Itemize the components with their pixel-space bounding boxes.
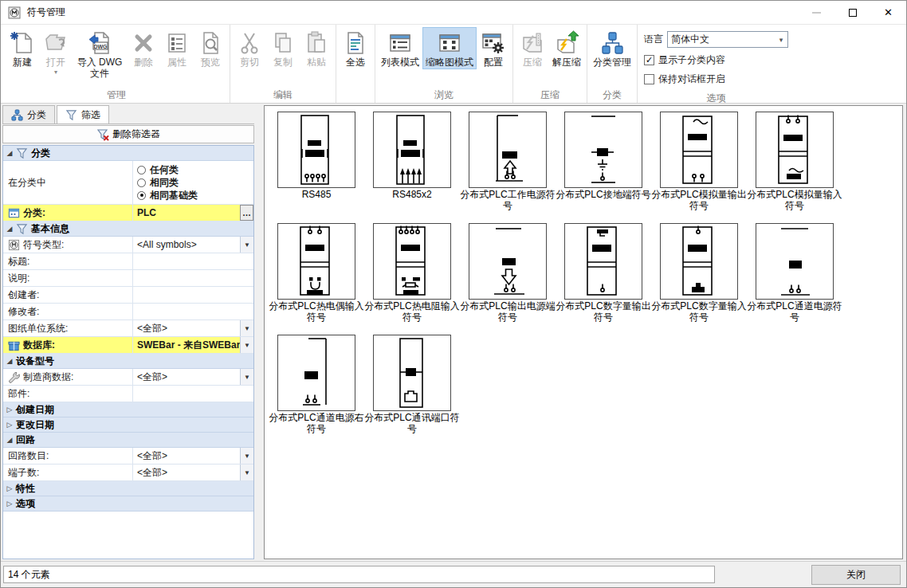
symbol-item[interactable]: 分布式PLC数字量输出符号 <box>556 223 651 335</box>
property-label: 分类: <box>3 205 132 221</box>
radio-option[interactable]: 相同基础类 <box>137 189 198 202</box>
comm-port-glyph <box>373 335 451 411</box>
property-row: 在分类中任何类相同类相同基础类 <box>3 161 253 205</box>
section-header[interactable]: ◢基本信息 <box>3 221 253 237</box>
toolbar-button-list-mode[interactable]: 列表模式 <box>378 27 422 69</box>
section-header[interactable]: ◢分类 <box>3 146 253 161</box>
toolbar-button-cut[interactable]: 剪切 <box>233 27 266 69</box>
symbol-label: 分布式PLC模拟量输出符号 <box>650 189 748 211</box>
toolbar-button-delete[interactable]: 删除 <box>127 27 160 69</box>
toolbar-group-label: 压缩 <box>516 88 584 103</box>
property-value[interactable] <box>132 270 253 286</box>
dropdown-button[interactable]: ▼ <box>240 369 253 385</box>
toolbar-group-items: 列表模式缩略图模式配置 <box>378 25 510 88</box>
list-mode-icon <box>387 30 413 56</box>
tab-label: 筛选 <box>81 108 100 122</box>
clear-filter-button[interactable]: 删除筛选器 <box>2 125 254 143</box>
toolbar-button-copy[interactable]: 复制 <box>266 27 300 69</box>
digital-in-glyph <box>660 223 738 300</box>
property-row: 回路数目:<全部>▼ <box>3 448 253 465</box>
section-header[interactable]: ▷特性 <box>3 481 253 496</box>
maximize-button[interactable] <box>834 1 870 24</box>
output-power-end-glyph <box>469 223 547 300</box>
tab-filter[interactable]: 筛选 <box>57 105 109 123</box>
toolbar-button-thumbnail-mode[interactable]: 缩略图模式 <box>422 27 477 69</box>
dropdown-button[interactable]: ▼ <box>240 237 253 253</box>
toolbar-button-label: 压缩 <box>523 57 542 68</box>
symbol-item[interactable]: 分布式PLC通道电源符号 <box>747 223 842 335</box>
toolbar-button-properties[interactable]: 属性 <box>160 27 194 69</box>
symbol-item[interactable]: 分布式PLC工作电源符号 <box>460 112 556 223</box>
symbol-item[interactable]: 分布式PLC模拟量输入符号 <box>747 112 842 223</box>
expander-icon: ◢ <box>3 149 16 157</box>
minimize-button[interactable] <box>799 1 834 24</box>
property-value[interactable] <box>132 304 253 319</box>
property-value[interactable]: PLC <box>132 205 240 221</box>
toolbar-button-label: 复制 <box>273 57 293 68</box>
browse-button[interactable]: … <box>240 205 253 221</box>
dropdown-button[interactable]: ▼ <box>240 337 253 353</box>
property-value[interactable] <box>132 386 253 402</box>
dropdown-button[interactable]: ▼ <box>240 320 253 336</box>
radio-option[interactable]: 任何类 <box>137 163 179 176</box>
property-label-text: 制造商数据: <box>23 370 73 384</box>
symbol-item[interactable]: 分布式PLC热电阻输入符号 <box>364 223 460 335</box>
dropdown-button[interactable]: ▼ <box>240 465 253 480</box>
checkbox-option-0[interactable]: ✓显示子分类内容 <box>644 53 788 67</box>
tab-classification[interactable]: 分类 <box>2 105 55 123</box>
toolbar-button-paste[interactable]: 粘贴 <box>300 27 333 69</box>
close-dialog-button[interactable]: 关闭 <box>811 565 901 585</box>
section-header[interactable]: ◢回路 <box>3 433 253 448</box>
property-value[interactable] <box>132 253 253 269</box>
language-combobox[interactable]: 简体中文▾ <box>667 31 788 48</box>
property-label: 在分类中 <box>3 161 132 204</box>
radio-option[interactable]: 相同类 <box>137 176 179 189</box>
toolbar-button-select-all[interactable]: 全选 <box>339 27 372 69</box>
section-title: 更改日期 <box>16 418 54 432</box>
property-value[interactable]: <All symbols> <box>132 237 240 253</box>
toolbar-button-label: 粘贴 <box>307 57 326 68</box>
property-value[interactable]: SWEBar - 来自SWEBar电 <box>132 337 240 353</box>
toolbar-button-extract[interactable]: 解压缩 <box>549 27 584 69</box>
checkbox-icon: ✓ <box>644 55 654 65</box>
symbol-item[interactable]: 分布式PLC数字量输入符号 <box>651 223 747 335</box>
toolbar-button-import-dwg[interactable]: DWG导入 DWG 文件 <box>73 27 127 80</box>
expander-icon: ▷ <box>3 484 16 492</box>
symbol-item[interactable]: RS485 <box>269 112 364 223</box>
section-header[interactable]: ◢设备型号 <box>3 354 253 369</box>
expander-icon: ▷ <box>3 406 16 414</box>
toolbar-button-open-folder[interactable]: 打开▾ <box>39 27 73 77</box>
property-value[interactable]: <全部> <box>132 320 240 336</box>
wrench-icon <box>8 371 20 383</box>
symbol-item[interactable]: RS485x2 <box>364 112 460 223</box>
toolbar-button-preview[interactable]: 预览 <box>194 27 227 69</box>
property-value[interactable]: <全部> <box>132 448 240 464</box>
toolbar-button-class-manage[interactable]: 分类管理 <box>590 27 634 69</box>
dropdown-button[interactable]: ▼ <box>240 448 253 464</box>
symbol-manager-window: 符号管理 ✕ 新建打开▾DWG导入 DWG 文件删除属性预览管理剪切复制粘贴编辑… <box>0 0 907 588</box>
symbol-item[interactable]: 分布式PLC接地端符号 <box>556 112 651 223</box>
section-header[interactable]: ▷创建日期 <box>3 402 253 417</box>
symbol-item[interactable]: 分布式PLC热电偶输入符号 <box>269 223 364 335</box>
toolbar-button-configure[interactable]: 配置 <box>477 27 510 69</box>
close-icon: ✕ <box>884 6 893 18</box>
section-header[interactable]: ▷选项 <box>3 496 253 512</box>
symbol-item[interactable]: 分布式PLC输出电源端符号 <box>460 223 556 335</box>
property-row: 数据库:SWEBar - 来自SWEBar电▼ <box>3 337 253 354</box>
property-value[interactable] <box>132 287 253 303</box>
copy-icon <box>270 30 296 56</box>
property-value[interactable]: <全部> <box>132 369 240 385</box>
toolbar-group-options: 语言简体中文▾✓显示子分类内容保持对话框开启选项 <box>637 25 795 103</box>
toolbar-button-new-symbol[interactable]: 新建 <box>6 27 39 69</box>
checkbox-option-1[interactable]: 保持对话框开启 <box>644 73 788 86</box>
panel-splitter[interactable] <box>254 104 264 561</box>
language-row: 语言简体中文▾ <box>644 31 788 48</box>
symbol-item[interactable]: 分布式PLC通讯端口符号 <box>364 335 460 446</box>
symbol-item[interactable]: 分布式PLC通道电源右符号 <box>269 335 364 446</box>
toolbar-button-compress[interactable]: 压缩 <box>516 27 549 69</box>
property-value[interactable]: <全部> <box>132 465 240 480</box>
section-header[interactable]: ▷更改日期 <box>3 417 253 433</box>
close-window-button[interactable]: ✕ <box>870 1 906 24</box>
symbol-item[interactable]: 分布式PLC模拟量输出符号 <box>651 112 747 223</box>
channel-power-glyph <box>756 223 834 300</box>
